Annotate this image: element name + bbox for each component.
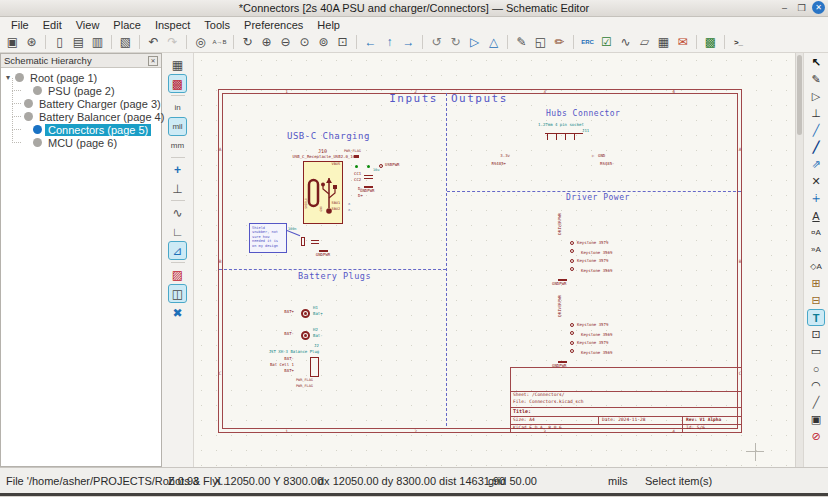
testpoint-label[interactable]: Keystone 3579 (577, 259, 608, 263)
refresh-icon[interactable]: ↻ (239, 34, 256, 51)
symbol-library-links-icon[interactable]: ◱ (532, 34, 549, 51)
rotate-cw-icon[interactable]: ↻ (447, 34, 464, 51)
balance-body[interactable] (310, 357, 319, 377)
cap-value[interactable]: 10u (373, 169, 379, 173)
net-label-bal2[interactable]: Bat Cell 1 (250, 363, 294, 367)
titlebar[interactable]: *Connectors [2s 40A PSU and charger/Conn… (0, 0, 828, 17)
assign-footprints-icon[interactable]: ▱ (636, 34, 653, 51)
zoom-objects-icon[interactable]: ⊚ (315, 34, 332, 51)
hidden-pins-icon[interactable]: ⊥ (169, 180, 186, 197)
menu-item[interactable]: Place (106, 19, 148, 31)
line-free-angle-icon[interactable]: ∿ (169, 204, 186, 221)
menu-item[interactable]: View (69, 19, 107, 31)
hubs-desc[interactable]: 1.27mm 4 pin socket (516, 123, 606, 127)
zoom-out-icon[interactable]: ⊖ (277, 34, 294, 51)
bus-tool-icon[interactable]: ╱ (808, 140, 824, 155)
text-tool-icon[interactable]: T (808, 310, 824, 325)
menu-item[interactable]: Tools (197, 19, 237, 31)
gndpwr-label[interactable]: GNDPWR (552, 282, 566, 286)
place-symbol-tool-icon[interactable]: ▷ (808, 89, 824, 104)
net-label-dplus[interactable]: D+ (358, 194, 363, 198)
inputs-outputs-divider[interactable] (446, 93, 447, 426)
pwr-flag-label[interactable]: PWR_FLAG (296, 385, 313, 389)
hierarchy-tree-item[interactable]: Connectors (page 5) (1, 123, 161, 136)
line-45-icon[interactable]: ⊿ (169, 242, 186, 259)
zoom-fit-icon[interactable]: ⊙ (296, 34, 313, 51)
balance-ref[interactable]: J2 (314, 344, 319, 348)
hierarchy-navigator-icon[interactable]: ◫ (169, 285, 186, 302)
driver-section-title[interactable]: Driver Power (566, 194, 630, 202)
fields-table-icon[interactable]: ▦ (655, 34, 672, 51)
inputs-label[interactable]: Inputs (334, 93, 438, 104)
gndpwr-label[interactable]: GNDPWR (310, 253, 336, 257)
erc-icon[interactable]: ERC (579, 34, 596, 51)
pwr-flag-label[interactable]: PWR_FLAG (344, 150, 361, 154)
save-icon[interactable]: ▣ (4, 34, 21, 51)
hierarchy-tree-item[interactable]: Battery Charger (page 3) (1, 97, 161, 110)
minimize-button[interactable]: – (778, 1, 791, 14)
testpoint-label[interactable]: Keystone 3579 (577, 341, 608, 345)
find-icon[interactable]: ◎ (192, 34, 209, 51)
hierarchy-tree-item[interactable]: PSU (page 2) (1, 84, 161, 97)
driver-rail-label[interactable]: DRIVERPWR (558, 213, 562, 235)
grid-override-icon[interactable]: ▩ (169, 75, 186, 92)
hierarchy-tree-item[interactable]: ▾ Root (page 1) (1, 71, 161, 84)
testpoint-label[interactable]: Keystone 3579 (577, 241, 608, 245)
menu-item[interactable]: Edit (36, 19, 69, 31)
net-label-rs485m[interactable]: RS485- (600, 162, 614, 166)
hubs-ref[interactable]: J11 (582, 129, 589, 133)
hierarchy-tree-item[interactable]: Battery Balancer (page 4) (1, 110, 161, 123)
usbc-value[interactable]: USB_C_Receptacle_USB2.0_16P (270, 155, 380, 159)
driver-rail-label[interactable]: DRIVERPWR (558, 295, 562, 317)
balance-value[interactable]: JST XH-3 Balance Plug (244, 350, 344, 354)
usbc-section-title[interactable]: USB-C Charging (287, 132, 370, 141)
print-icon[interactable]: ▤ (70, 34, 87, 51)
shield-note[interactable]: Shield snubber, not sure how needed it i… (249, 223, 287, 253)
sheet-pin-tool-icon[interactable]: ⊟ (808, 293, 824, 308)
battery-plugs-divider[interactable] (219, 269, 446, 270)
select-tool-icon[interactable]: ↖ (808, 55, 824, 70)
battery-section-title[interactable]: Battery Plugs (298, 272, 371, 281)
connector-body[interactable] (545, 133, 583, 134)
arc-tool-icon[interactable]: ◠ (808, 378, 824, 393)
highlight-net-tool-icon[interactable]: ✎ (808, 72, 824, 87)
testpoint-label[interactable]: Keystone 3569 (581, 333, 612, 337)
hierarchical-label-tool-icon[interactable]: »A (808, 242, 824, 257)
no-connect-tool-icon[interactable]: ✕ (808, 174, 824, 189)
driver-power-divider[interactable] (447, 191, 741, 192)
maximize-button[interactable]: ❒ (795, 1, 808, 14)
erc-check-icon[interactable]: ☑ (598, 34, 615, 51)
net-label-tool-icon[interactable]: A (808, 208, 824, 223)
outputs-label[interactable]: Outputs (451, 93, 508, 104)
console-icon[interactable]: >_ (730, 34, 747, 51)
properties-panel-icon[interactable]: ✖ (169, 304, 186, 321)
mirror-h-icon[interactable]: ▷ (466, 34, 483, 51)
wire-tool-icon[interactable]: ╱ (808, 123, 824, 138)
canvas-vertical-scrollbar[interactable] (795, 53, 803, 467)
units-mil-icon[interactable]: mil (169, 118, 186, 135)
schematic-setup-icon[interactable]: ⊛ (23, 34, 40, 51)
units-mm-icon[interactable]: mm (169, 137, 186, 154)
undo-icon[interactable]: ↶ (145, 34, 162, 51)
bom-icon[interactable]: ✉ (674, 34, 691, 51)
find-replace-icon[interactable]: A→B (211, 34, 228, 51)
edit-symbol-fields-icon[interactable]: ✏ (551, 34, 568, 51)
zoom-in-icon[interactable]: ⊕ (258, 34, 275, 51)
crosshair-cursor-icon[interactable]: + (169, 161, 186, 178)
pcb-editor-icon[interactable]: ▩ (702, 34, 719, 51)
circle-tool-icon[interactable]: ○ (808, 361, 824, 376)
net-label-bal3[interactable]: BAT+ (250, 369, 294, 373)
mirror-v-icon[interactable]: △ (485, 34, 502, 51)
net-label-bal1[interactable]: BAT- (250, 357, 294, 361)
snubber-resistor[interactable] (301, 237, 305, 246)
scrollbar-thumb[interactable] (797, 55, 802, 135)
line-tool-icon[interactable]: ╱ (808, 395, 824, 410)
image-tool-icon[interactable]: ▣ (808, 412, 824, 427)
nav-forward-icon[interactable]: → (400, 34, 417, 51)
redo-icon[interactable]: ↷ (164, 34, 181, 51)
plug-ref[interactable]: H1 (313, 306, 318, 310)
schematic-canvas[interactable]: 1234 1234 ABC ABC Inputs Outputs USB-C C… (194, 53, 795, 467)
net-label-cc2[interactable]: CC2 (354, 178, 361, 182)
testpoint-label[interactable]: Keystone 3569 (581, 351, 612, 355)
plug-value[interactable]: Bat+ (313, 312, 323, 316)
